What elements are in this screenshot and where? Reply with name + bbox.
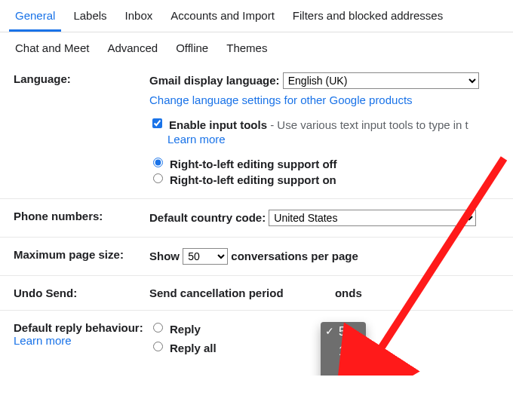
- row-language: Language: Gmail display language: Englis…: [0, 62, 513, 198]
- display-language-label: Gmail display language:: [149, 74, 280, 87]
- country-code-label: Default country code:: [149, 211, 266, 224]
- enable-input-tools-desc: - Use various text input tools to type i…: [267, 118, 468, 131]
- tab-accounts-import[interactable]: Accounts and Import: [164, 0, 281, 32]
- enable-input-tools-checkbox[interactable]: [152, 118, 162, 128]
- tab-general[interactable]: General: [9, 0, 61, 32]
- undo-send-option-20[interactable]: 20: [321, 361, 366, 376]
- rtl-on-row: Right-to-left editing support on: [149, 172, 499, 188]
- reply-all-option-label: Reply all: [170, 340, 217, 356]
- tab-chat-meet[interactable]: Chat and Meet: [9, 32, 95, 62]
- tab-advanced[interactable]: Advanced: [101, 32, 164, 62]
- page-size-select[interactable]: 50: [183, 248, 228, 265]
- undo-send-dropdown-popup[interactable]: 5 10 20 30: [321, 322, 366, 376]
- undo-send-label: Undo Send:: [14, 287, 149, 299]
- enable-input-tools-label: Enable input tools: [169, 118, 267, 131]
- reply-label: Default reply behaviour:: [14, 321, 149, 334]
- reply-learn-more-link[interactable]: Learn more: [14, 334, 72, 347]
- enable-input-tools-row: Enable input tools - Use various text in…: [149, 117, 499, 133]
- country-code-select[interactable]: United States: [269, 210, 476, 226]
- page-size-prefix: Show: [149, 250, 180, 262]
- page-size-label: Maximum page size:: [14, 248, 149, 265]
- tab-filters-blocked[interactable]: Filters and blocked addresses: [287, 0, 449, 32]
- undo-send-suffix: onds: [335, 287, 362, 299]
- undo-send-prefix: Send cancellation period: [149, 287, 284, 299]
- reply-option-label: Reply: [170, 321, 201, 337]
- rtl-off-label: Right-to-left editing support off: [170, 156, 337, 172]
- row-phone-numbers: Phone numbers: Default country code: Uni…: [0, 198, 513, 237]
- tab-themes[interactable]: Themes: [220, 32, 273, 62]
- settings-tabs-row1: General Labels Inbox Accounts and Import…: [0, 0, 513, 32]
- rtl-off-radio[interactable]: [153, 158, 163, 167]
- row-max-page-size: Maximum page size: Show 50 conversations…: [0, 237, 513, 275]
- row-default-reply: Default reply behaviour: Learn more Repl…: [0, 310, 513, 366]
- phone-label: Phone numbers:: [14, 210, 149, 226]
- change-language-link[interactable]: Change language settings for other Googl…: [149, 94, 413, 106]
- settings-body: Language: Gmail display language: Englis…: [0, 62, 513, 376]
- rtl-on-radio[interactable]: [153, 173, 163, 183]
- rtl-on-label: Right-to-left editing support on: [170, 172, 336, 188]
- page-size-suffix: conversations per page: [231, 250, 358, 262]
- row-undo-send: Undo Send: Send cancellation period onds: [0, 275, 513, 310]
- display-language-select[interactable]: English (UK): [283, 72, 479, 89]
- tab-labels[interactable]: Labels: [67, 0, 112, 32]
- reply-all-radio[interactable]: [153, 342, 163, 351]
- reply-radio[interactable]: [153, 323, 163, 333]
- input-tools-learn-more-link[interactable]: Learn more: [167, 133, 226, 146]
- rtl-off-row: Right-to-left editing support off: [149, 156, 499, 172]
- language-label: Language:: [14, 72, 149, 188]
- undo-send-option-10[interactable]: 10: [321, 342, 366, 361]
- undo-send-option-5[interactable]: 5: [321, 322, 366, 342]
- tab-offline[interactable]: Offline: [170, 32, 214, 62]
- settings-tabs-row2: Chat and Meet Advanced Offline Themes: [0, 32, 513, 62]
- tab-inbox[interactable]: Inbox: [119, 0, 159, 32]
